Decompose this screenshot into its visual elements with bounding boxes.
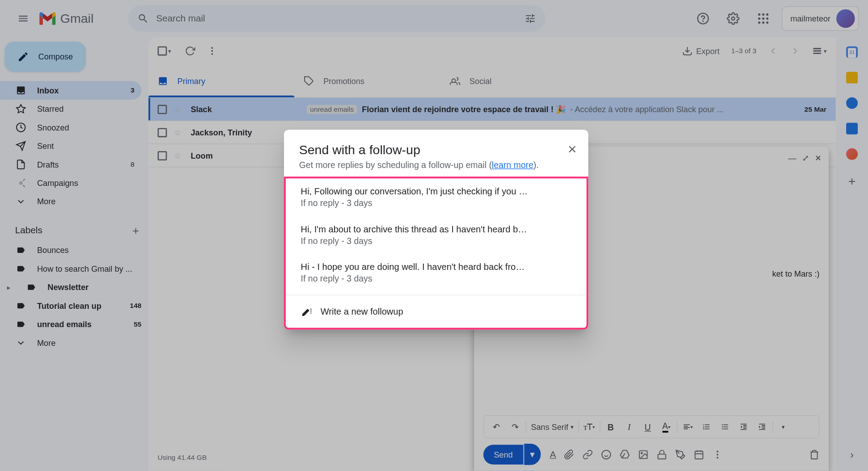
dialog-title: Send with a follow-up [299,143,573,158]
followup-option[interactable]: Hi, Following our conversation, I'm just… [286,178,587,216]
highlighted-options: Hi, Following our conversation, I'm just… [284,177,588,329]
option-sub: If no reply - 3 days [301,198,572,208]
edit-note-icon [301,306,313,317]
followup-option[interactable]: Hi, I'm about to archive this thread as … [286,216,587,253]
option-title: Hi, Following our conversation, I'm just… [301,186,572,197]
dialog-subtitle: Get more replies by scheduling a follow-… [299,160,573,170]
option-sub: If no reply - 3 days [301,236,572,245]
option-sub: If no reply - 3 days [301,273,572,283]
write-new-followup[interactable]: Write a new followup [286,295,587,328]
followup-dialog: Send with a follow-up Get more replies b… [284,130,588,329]
followup-option[interactable]: Hi - I hope you are doing well. I haven'… [286,254,587,291]
option-title: Hi, I'm about to archive this thread as … [301,224,572,235]
learn-more-link[interactable]: learn more [492,160,534,170]
option-title: Hi - I hope you are doing well. I haven'… [301,262,572,272]
dialog-close-button[interactable]: × [568,140,577,158]
dialog-header: Send with a follow-up Get more replies b… [284,130,588,177]
